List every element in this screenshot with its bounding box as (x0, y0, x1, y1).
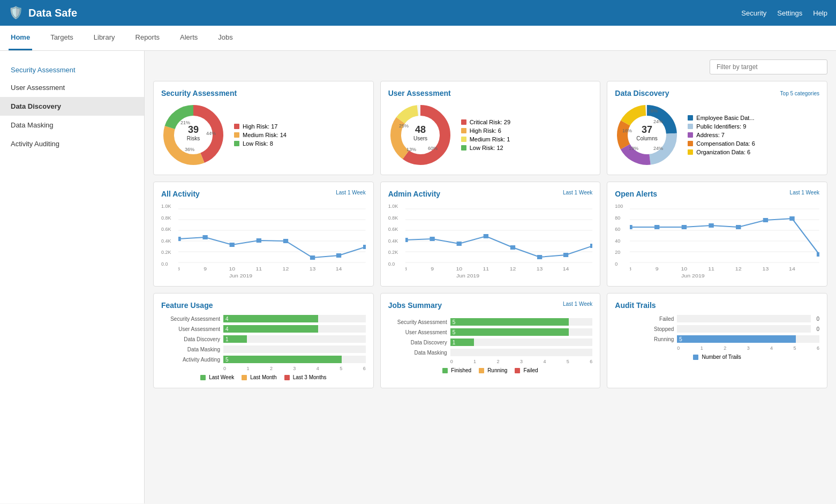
sidebar-section-title[interactable]: Security Assessment (0, 62, 144, 78)
legend-dot-employee (688, 115, 693, 121)
svg-text:11: 11 (483, 266, 489, 272)
audit-trails-title: Audit Trails (615, 301, 819, 310)
jobs-bar-security-val: 5 (450, 319, 456, 325)
audit-bar-running-val: 5 (677, 336, 682, 342)
tab-alerts[interactable]: Alerts (178, 26, 200, 50)
tab-library[interactable]: Library (92, 26, 117, 50)
feature-bar-masking-track (223, 345, 366, 353)
tab-jobs[interactable]: Jobs (216, 26, 235, 50)
feature-bar-security-track: 4 (223, 315, 366, 322)
legend-label-failed: Failed (523, 367, 538, 373)
svg-text:9: 9 (656, 266, 659, 272)
sidebar: Security Assessment User Assessment Data… (0, 51, 145, 503)
legend-last-month: Last Month (242, 374, 276, 380)
svg-text:13: 13 (763, 266, 769, 272)
svg-text:Jun 2019: Jun 2019 (681, 273, 705, 279)
open-alerts-svg: 8 9 10 11 12 13 14 Jun 2019 (630, 204, 819, 279)
card-security-assessment-title: Security Assessment (161, 89, 366, 97)
tab-targets[interactable]: Targets (48, 26, 76, 50)
main-layout: Security Assessment User Assessment Data… (0, 51, 836, 503)
svg-rect-82 (654, 225, 659, 229)
svg-rect-87 (790, 216, 795, 221)
legend-label-medium: Medium Risk: 14 (243, 132, 287, 138)
feature-usage-title: Feature Usage (161, 301, 366, 310)
feature-bar-auditing-label: Activity Auditing (161, 357, 220, 363)
feature-bar-auditing-track: 5 (223, 356, 366, 363)
svg-text:25%: 25% (399, 123, 409, 129)
security-nav[interactable]: Security (741, 9, 766, 17)
svg-rect-41 (283, 239, 288, 243)
donut-svg-security: 39 Risks 21% 44% 36% (161, 103, 225, 167)
svg-text:Jun 2019: Jun 2019 (229, 273, 252, 279)
donut-chart-security: 39 Risks 21% 44% 36% (161, 103, 225, 167)
admin-activity-subtitle: Last 1 Week (563, 190, 592, 204)
jobs-legend-finished: Finished (442, 367, 471, 373)
sidebar-item-user-assessment[interactable]: User Assessment (0, 78, 144, 97)
svg-text:36%: 36% (185, 147, 194, 152)
svg-rect-64 (537, 255, 542, 259)
filter-input[interactable] (710, 59, 827, 74)
legend-dot-low2 (461, 145, 466, 151)
jobs-bar-user-val: 5 (450, 329, 456, 335)
feature-bar-security-label: Security Assessment (161, 316, 220, 322)
tab-reports[interactable]: Reports (133, 26, 162, 50)
jobs-bar-discovery-fill: 1 (450, 338, 474, 346)
legend-label-trails: Number of Trails (702, 354, 741, 360)
legend-label-medium2: Medium Risk: 1 (470, 136, 510, 142)
svg-text:16%: 16% (622, 128, 632, 133)
top-bar: 🛡️ Data Safe Security Settings Help (0, 0, 836, 26)
audit-bar-failed-track (677, 315, 811, 322)
legend-label-month: Last Month (250, 374, 276, 380)
svg-text:12: 12 (509, 266, 516, 272)
jobs-bar-discovery-val: 1 (450, 340, 456, 345)
feature-usage-legend: Last Week Last Month Last 3 Months (161, 374, 366, 380)
legend-medium2: Medium Risk: 1 (461, 136, 510, 142)
help-nav[interactable]: Help (813, 9, 827, 17)
donut-discovery: 37 Columns 24% 24% 19% 16% 16% Employee (615, 103, 819, 167)
jobs-bars: Security Assessment 5 User Assessment 5 (388, 318, 593, 356)
settings-nav[interactable]: Settings (777, 9, 802, 17)
card-user-assessment-title: User Assessment (388, 89, 593, 97)
top-nav: Security Settings Help (741, 9, 827, 17)
audit-bars: Failed 0 Stopped 0 (615, 315, 819, 343)
donut-security: 39 Risks 21% 44% 36% High Risk: 17 (161, 103, 366, 167)
svg-text:12: 12 (735, 266, 742, 272)
feature-bar-masking-label: Data Masking (161, 347, 220, 352)
svg-rect-38 (202, 235, 207, 239)
legend-medium-risk: Medium Risk: 14 (234, 132, 287, 138)
card-jobs-summary: Jobs Summary Last 1 Week Security Assess… (380, 293, 601, 388)
legend-label-critical: Critical Risk: 29 (470, 119, 510, 125)
svg-text:8: 8 (178, 266, 180, 272)
legend-dot-compensation (688, 141, 693, 146)
jobs-bar-masking-label: Data Masking (388, 350, 447, 356)
svg-text:48: 48 (415, 124, 426, 135)
legend-last-3months: Last 3 Months (284, 374, 327, 380)
feature-bar-auditing-fill: 5 (223, 356, 342, 363)
jobs-summary-subtitle: Last 1 Week (563, 301, 592, 315)
svg-text:24%: 24% (653, 146, 663, 151)
audit-bar-running-track: 5 (677, 335, 819, 343)
legend-dot-failed (515, 368, 520, 373)
svg-text:19%: 19% (629, 146, 638, 151)
admin-activity-svg: 8 9 10 11 12 13 14 Jun 2019 (405, 204, 593, 279)
admin-activity-y-axis: 1.0K 0.8K 0.6K 0.4K 0.2K 0.0 (388, 204, 405, 279)
donut-svg-user: 48 Users 60% 25% 13% (388, 103, 453, 167)
sidebar-item-activity-auditing[interactable]: Activity Auditing (0, 134, 144, 153)
all-activity-svg: 8 9 10 11 12 13 14 Jun 2019 (178, 204, 366, 279)
svg-rect-37 (178, 237, 181, 241)
sidebar-item-data-discovery[interactable]: Data Discovery (0, 97, 144, 116)
jobs-bar-masking-track (450, 349, 593, 356)
tab-home[interactable]: Home (9, 26, 32, 50)
sidebar-item-data-masking[interactable]: Data Masking (0, 116, 144, 134)
feature-bar-user-track: 4 (223, 325, 366, 333)
legend-label-finished: Finished (451, 367, 471, 373)
legend-dot-address (688, 132, 693, 138)
legend-security: High Risk: 17 Medium Risk: 14 Low Risk: … (234, 123, 287, 147)
audit-bar-running-label: Running (615, 336, 674, 342)
svg-rect-63 (510, 245, 515, 250)
legend-label-high2: High Risk: 6 (470, 127, 501, 134)
jobs-legend: Finished Running Failed (388, 367, 593, 373)
open-alerts-y-axis: 100 80 60 40 20 0 (615, 204, 630, 279)
legend-compensation: Compensation Data: 6 (688, 140, 755, 147)
legend-org: Organization Data: 6 (688, 149, 755, 155)
